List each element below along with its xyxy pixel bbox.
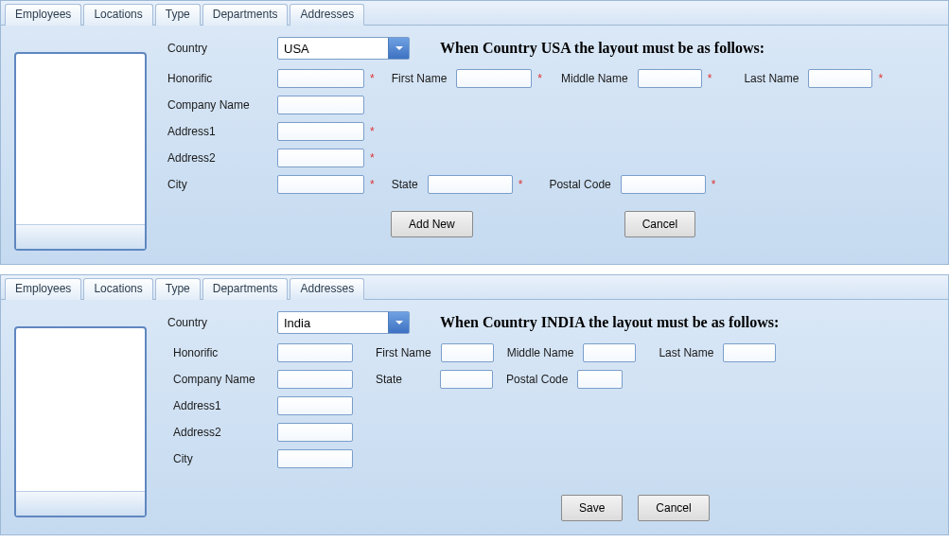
tabs-bottom: Employees Locations Type Departments Add…	[1, 275, 948, 300]
company-input[interactable]	[277, 96, 364, 114]
postal-input[interactable]	[577, 370, 623, 389]
required-mark: *	[712, 178, 716, 191]
label-city: City	[164, 178, 273, 191]
listbox-body	[16, 54, 145, 224]
tab-departments[interactable]: Departments	[202, 4, 289, 26]
label-middlename: Middle Name	[507, 346, 574, 359]
firstname-input[interactable]	[441, 343, 494, 362]
lastname-input[interactable]	[808, 69, 872, 88]
label-postal: Postal Code	[549, 178, 610, 191]
label-state: State	[392, 178, 418, 191]
tab-employees[interactable]: Employees	[5, 4, 81, 26]
label-middlename: Middle Name	[561, 72, 628, 85]
tab-departments[interactable]: Departments	[202, 278, 289, 300]
firstname-input[interactable]	[456, 69, 532, 88]
tab-type[interactable]: Type	[155, 4, 201, 26]
label-country: Country	[164, 316, 273, 329]
label-address1: Address1	[164, 399, 273, 412]
lastname-input[interactable]	[723, 343, 776, 362]
address2-input[interactable]	[277, 149, 364, 167]
tabs-top: Employees Locations Type Departments Add…	[1, 1, 948, 26]
postal-input[interactable]	[621, 175, 706, 194]
required-mark: *	[878, 72, 883, 85]
required-mark: *	[708, 72, 712, 85]
label-address2: Address2	[164, 151, 273, 165]
company-input[interactable]	[277, 370, 353, 389]
chevron-down-icon[interactable]	[388, 312, 409, 333]
required-mark: *	[370, 178, 375, 191]
label-firstname: First Name	[376, 346, 431, 359]
label-city: City	[164, 452, 273, 465]
state-input[interactable]	[428, 175, 513, 194]
form-usa: Country USA When Country USA the layout …	[164, 35, 935, 251]
label-company: Company Name	[164, 98, 273, 112]
cancel-button[interactable]: Cancel	[638, 495, 709, 521]
panel-india: Employees Locations Type Departments Add…	[0, 274, 949, 535]
city-input[interactable]	[277, 449, 353, 468]
required-mark: *	[370, 125, 375, 138]
label-honorific: Honorific	[164, 346, 273, 359]
label-state: State	[376, 373, 402, 386]
add-new-button[interactable]: Add New	[391, 211, 473, 237]
label-address2: Address2	[164, 426, 273, 439]
label-postal: Postal Code	[506, 373, 568, 386]
country-combo-value: India	[278, 316, 388, 330]
middlename-input[interactable]	[638, 69, 702, 88]
instruction-india: When Country INDIA the layout must be as…	[440, 314, 779, 331]
tab-addresses[interactable]: Addresses	[290, 4, 364, 26]
form-india: Country India When Country INDIA the lay…	[164, 309, 935, 521]
address2-input[interactable]	[277, 423, 353, 442]
required-mark: *	[518, 178, 523, 191]
label-honorific: Honorific	[164, 72, 273, 85]
label-firstname: First Name	[392, 72, 448, 85]
country-combo-value: USA	[278, 42, 388, 56]
panel-usa: Employees Locations Type Departments Add…	[0, 0, 949, 265]
honorific-input[interactable]	[277, 69, 364, 88]
required-mark: *	[537, 72, 542, 85]
cancel-button[interactable]: Cancel	[624, 211, 695, 237]
listbox-body	[16, 328, 145, 491]
country-combo[interactable]: USA	[277, 37, 410, 60]
required-mark: *	[370, 72, 375, 85]
save-button[interactable]: Save	[561, 495, 623, 521]
chevron-down-icon[interactable]	[388, 38, 409, 59]
middlename-input[interactable]	[583, 343, 636, 362]
tab-locations[interactable]: Locations	[83, 4, 152, 26]
required-mark: *	[370, 151, 375, 165]
tab-type[interactable]: Type	[155, 278, 201, 300]
label-lastname: Last Name	[659, 346, 713, 359]
label-country: Country	[164, 42, 273, 55]
state-input[interactable]	[440, 370, 493, 389]
tab-locations[interactable]: Locations	[83, 278, 152, 300]
address1-input[interactable]	[277, 122, 364, 141]
listbox-footer	[16, 224, 145, 249]
honorific-input[interactable]	[277, 343, 353, 362]
tab-addresses[interactable]: Addresses	[290, 278, 364, 300]
city-input[interactable]	[277, 175, 364, 194]
instruction-usa: When Country USA the layout must be as f…	[440, 40, 764, 57]
listbox-top[interactable]	[14, 52, 147, 251]
label-address1: Address1	[164, 125, 273, 138]
tab-employees[interactable]: Employees	[5, 278, 81, 300]
panel-separator	[0, 265, 949, 274]
label-lastname: Last Name	[744, 72, 799, 85]
listbox-bottom[interactable]	[14, 326, 147, 517]
label-company: Company Name	[164, 373, 273, 386]
address1-input[interactable]	[277, 396, 353, 415]
country-combo[interactable]: India	[277, 311, 410, 334]
listbox-footer	[16, 491, 145, 516]
